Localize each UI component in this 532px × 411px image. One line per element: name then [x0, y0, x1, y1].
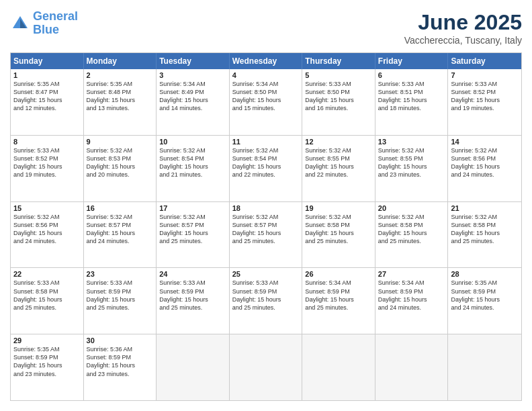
cell-text: Sunrise: 5:32 AMSunset: 8:53 PMDaylight:…: [87, 146, 154, 179]
day-number: 13: [378, 138, 445, 146]
header-day: Friday: [375, 53, 449, 69]
day-number: 8: [13, 138, 81, 146]
cell-text: Sunrise: 5:32 AMSunset: 8:58 PMDaylight:…: [378, 213, 445, 246]
cell-text: Sunrise: 5:32 AMSunset: 8:56 PMDaylight:…: [13, 213, 81, 246]
header-day: Sunday: [11, 53, 84, 69]
cell-text: Sunrise: 5:33 AMSunset: 8:58 PMDaylight:…: [13, 279, 81, 312]
calendar: SundayMondayTuesdayWednesdayThursdayFrid…: [10, 52, 522, 401]
cell-text: Sunrise: 5:34 AMSunset: 8:59 PMDaylight:…: [378, 279, 445, 312]
day-number: 14: [451, 138, 519, 146]
calendar-cell: 4Sunrise: 5:34 AMSunset: 8:50 PMDaylight…: [230, 69, 303, 135]
calendar-row: 15Sunrise: 5:32 AMSunset: 8:56 PMDayligh…: [11, 202, 521, 269]
day-number: 21: [451, 204, 519, 212]
calendar-cell: 18Sunrise: 5:32 AMSunset: 8:57 PMDayligh…: [230, 202, 303, 268]
header-day: Tuesday: [157, 53, 230, 69]
calendar-cell: 30Sunrise: 5:36 AMSunset: 8:59 PMDayligh…: [84, 334, 157, 400]
header-day: Saturday: [448, 53, 521, 69]
title-block: June 2025 Vacchereccia, Tuscany, Italy: [404, 10, 522, 46]
day-number: 30: [87, 336, 154, 345]
cell-text: Sunrise: 5:32 AMSunset: 8:57 PMDaylight:…: [232, 213, 300, 246]
day-number: 11: [232, 138, 300, 146]
cell-text: Sunrise: 5:32 AMSunset: 8:54 PMDaylight:…: [232, 146, 300, 179]
calendar-cell: [230, 334, 303, 400]
day-number: 22: [13, 270, 81, 278]
calendar-cell: 25Sunrise: 5:33 AMSunset: 8:59 PMDayligh…: [230, 268, 303, 334]
cell-text: Sunrise: 5:32 AMSunset: 8:58 PMDaylight:…: [451, 213, 519, 246]
calendar-cell: 14Sunrise: 5:32 AMSunset: 8:56 PMDayligh…: [448, 136, 521, 201]
calendar-cell: 12Sunrise: 5:32 AMSunset: 8:55 PMDayligh…: [302, 136, 375, 201]
cell-text: Sunrise: 5:34 AMSunset: 8:50 PMDaylight:…: [232, 80, 300, 113]
calendar-cell: 17Sunrise: 5:32 AMSunset: 8:57 PMDayligh…: [157, 202, 230, 268]
day-number: 1: [13, 71, 81, 79]
day-number: 24: [159, 270, 226, 278]
day-number: 16: [87, 204, 154, 212]
calendar-cell: 23Sunrise: 5:33 AMSunset: 8:59 PMDayligh…: [84, 268, 157, 334]
header-day: Thursday: [302, 53, 375, 69]
calendar-cell: 2Sunrise: 5:35 AMSunset: 8:48 PMDaylight…: [84, 69, 157, 135]
calendar-cell: [448, 334, 521, 400]
cell-text: Sunrise: 5:33 AMSunset: 8:52 PMDaylight:…: [451, 80, 519, 113]
calendar-cell: 22Sunrise: 5:33 AMSunset: 8:58 PMDayligh…: [11, 268, 84, 334]
day-number: 9: [87, 138, 154, 146]
day-number: 6: [378, 71, 445, 79]
header-day: Monday: [84, 53, 157, 69]
calendar-cell: 15Sunrise: 5:32 AMSunset: 8:56 PMDayligh…: [11, 202, 84, 268]
day-number: 17: [159, 204, 226, 212]
cell-text: Sunrise: 5:33 AMSunset: 8:59 PMDaylight:…: [87, 279, 154, 312]
calendar-cell: 19Sunrise: 5:32 AMSunset: 8:58 PMDayligh…: [302, 202, 375, 268]
cell-text: Sunrise: 5:34 AMSunset: 8:49 PMDaylight:…: [159, 80, 226, 113]
calendar-cell: 26Sunrise: 5:34 AMSunset: 8:59 PMDayligh…: [302, 268, 375, 334]
day-number: 7: [451, 71, 519, 79]
cell-text: Sunrise: 5:35 AMSunset: 8:59 PMDaylight:…: [451, 279, 519, 312]
cell-text: Sunrise: 5:33 AMSunset: 8:52 PMDaylight:…: [13, 146, 81, 179]
day-number: 12: [305, 138, 372, 146]
calendar-cell: [375, 334, 449, 400]
cell-text: Sunrise: 5:33 AMSunset: 8:59 PMDaylight:…: [159, 279, 226, 312]
day-number: 2: [87, 71, 154, 79]
calendar-cell: 13Sunrise: 5:32 AMSunset: 8:55 PMDayligh…: [375, 136, 449, 201]
header-day: Wednesday: [230, 53, 303, 69]
calendar-row: 22Sunrise: 5:33 AMSunset: 8:58 PMDayligh…: [11, 268, 521, 334]
calendar-cell: 10Sunrise: 5:32 AMSunset: 8:54 PMDayligh…: [157, 136, 230, 201]
month-title: June 2025: [404, 10, 522, 35]
page: General Blue June 2025 Vacchereccia, Tus…: [0, 0, 532, 411]
calendar-cell: 8Sunrise: 5:33 AMSunset: 8:52 PMDaylight…: [11, 136, 84, 201]
calendar-cell: 11Sunrise: 5:32 AMSunset: 8:54 PMDayligh…: [230, 136, 303, 201]
cell-text: Sunrise: 5:32 AMSunset: 8:56 PMDaylight:…: [451, 146, 519, 179]
calendar-cell: 3Sunrise: 5:34 AMSunset: 8:49 PMDaylight…: [157, 69, 230, 135]
cell-text: Sunrise: 5:35 AMSunset: 8:59 PMDaylight:…: [13, 345, 81, 378]
calendar-header: SundayMondayTuesdayWednesdayThursdayFrid…: [11, 53, 521, 69]
calendar-row: 1Sunrise: 5:35 AMSunset: 8:47 PMDaylight…: [11, 69, 521, 136]
calendar-cell: 7Sunrise: 5:33 AMSunset: 8:52 PMDaylight…: [448, 69, 521, 135]
day-number: 29: [13, 336, 81, 345]
calendar-row: 29Sunrise: 5:35 AMSunset: 8:59 PMDayligh…: [11, 334, 521, 400]
cell-text: Sunrise: 5:35 AMSunset: 8:48 PMDaylight:…: [87, 80, 154, 113]
calendar-cell: 16Sunrise: 5:32 AMSunset: 8:57 PMDayligh…: [84, 202, 157, 268]
cell-text: Sunrise: 5:32 AMSunset: 8:55 PMDaylight:…: [305, 146, 372, 179]
logo-text: General Blue: [33, 10, 78, 37]
logo: General Blue: [10, 10, 78, 37]
calendar-cell: 28Sunrise: 5:35 AMSunset: 8:59 PMDayligh…: [448, 268, 521, 334]
cell-text: Sunrise: 5:32 AMSunset: 8:55 PMDaylight:…: [378, 146, 445, 179]
day-number: 20: [378, 204, 445, 212]
cell-text: Sunrise: 5:36 AMSunset: 8:59 PMDaylight:…: [87, 345, 154, 378]
calendar-cell: [302, 334, 375, 400]
calendar-body: 1Sunrise: 5:35 AMSunset: 8:47 PMDaylight…: [11, 69, 521, 400]
header: General Blue June 2025 Vacchereccia, Tus…: [10, 10, 522, 46]
calendar-cell: 21Sunrise: 5:32 AMSunset: 8:58 PMDayligh…: [448, 202, 521, 268]
day-number: 28: [451, 270, 519, 278]
cell-text: Sunrise: 5:35 AMSunset: 8:47 PMDaylight:…: [13, 80, 81, 113]
calendar-row: 8Sunrise: 5:33 AMSunset: 8:52 PMDaylight…: [11, 136, 521, 202]
cell-text: Sunrise: 5:34 AMSunset: 8:59 PMDaylight:…: [305, 279, 372, 312]
calendar-cell: 1Sunrise: 5:35 AMSunset: 8:47 PMDaylight…: [11, 69, 84, 135]
cell-text: Sunrise: 5:32 AMSunset: 8:54 PMDaylight:…: [159, 146, 226, 179]
day-number: 5: [305, 71, 372, 79]
cell-text: Sunrise: 5:32 AMSunset: 8:57 PMDaylight:…: [87, 213, 154, 246]
calendar-cell: [157, 334, 230, 400]
cell-text: Sunrise: 5:32 AMSunset: 8:58 PMDaylight:…: [305, 213, 372, 246]
cell-text: Sunrise: 5:33 AMSunset: 8:59 PMDaylight:…: [232, 279, 300, 312]
day-number: 15: [13, 204, 81, 212]
calendar-cell: 5Sunrise: 5:33 AMSunset: 8:50 PMDaylight…: [302, 69, 375, 135]
day-number: 27: [378, 270, 445, 278]
day-number: 26: [305, 270, 372, 278]
